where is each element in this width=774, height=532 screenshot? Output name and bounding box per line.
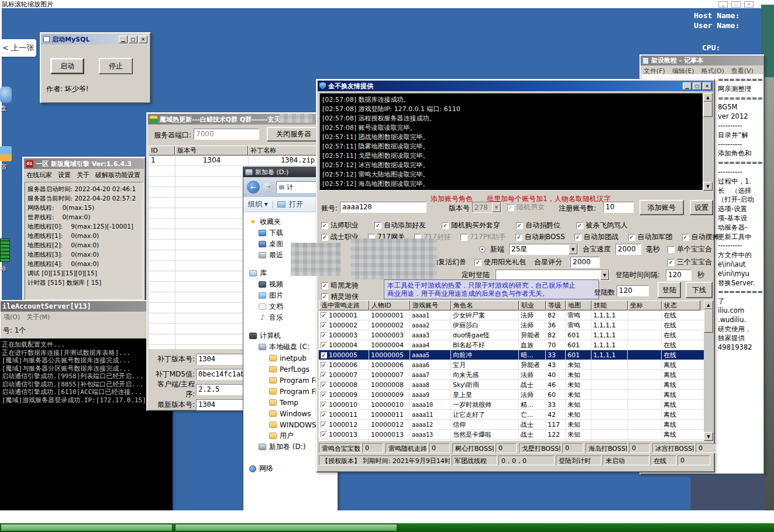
row-checkbox[interactable]: ✓ <box>321 431 327 438</box>
account-col-header[interactable]: 技能 <box>591 300 628 310</box>
organize-button[interactable]: 组织 ▾ <box>248 199 268 209</box>
row-checkbox[interactable]: ✓ <box>321 392 327 398</box>
table-row[interactable]: ✓1000009 10000009 aaaa9 皇上皇 法师 60 未知 离线 <box>319 390 704 400</box>
account-col-header[interactable]: 地图 <box>566 300 591 310</box>
scroll-thumb[interactable] <box>703 102 713 117</box>
row-checkbox[interactable]: ✓ <box>321 372 327 378</box>
offline-button[interactable]: 下线 <box>686 282 713 298</box>
scroll-thumb[interactable] <box>704 309 713 333</box>
sun-gift-checkbox[interactable]: ✓使用阳光礼包 <box>474 257 526 267</box>
bot-maximize-icon[interactable]: ▢ <box>693 82 701 90</box>
bot-checkbox[interactable]: ✓自动加团战 <box>575 232 619 242</box>
table-row[interactable]: ✓1000010 10000010 aaaa10 一岁时就很帅 精... 33 … <box>319 400 704 410</box>
bot-checkbox[interactable]: ✓随机购买外套穿 <box>442 220 500 230</box>
bot-titlebar[interactable]: 金不换友情提供 ▁ ▢ ✕ <box>318 81 713 91</box>
desktop-icon-1[interactable]: 盘 <box>0 87 15 113</box>
account-col-header[interactable]: 角色名 <box>451 300 519 310</box>
minimize-icon[interactable]: ▁ <box>718 1 728 8</box>
bot-checkbox[interactable]: ✓法师职业 <box>321 220 359 230</box>
settings-button[interactable]: 设置 <box>690 200 713 215</box>
account-col-header[interactable]: 坐标 <box>628 300 662 310</box>
table-row[interactable]: ✓1000012 10000012 aaaa12 信仰 战士 117 未知 离线 <box>319 420 704 430</box>
engine-menu-item[interactable]: 在线玩家 <box>26 171 52 179</box>
table-row[interactable]: ✓1000013 10000013 aaaa13 当然是卡爆啦 战士 122 未… <box>319 430 704 440</box>
row-checkbox[interactable]: ✓ <box>321 312 327 319</box>
server-port-input[interactable]: 7000 <box>194 129 259 140</box>
patch-col-header[interactable]: 版本号 <box>175 146 248 156</box>
bot-checkbox[interactable]: ✓自动刷BOSS <box>515 232 565 242</box>
table-row[interactable]: ✓1000003 10000003 aaaa3 duo情gae怪 异能者 82 … <box>319 330 704 340</box>
add-account-button[interactable]: 添加账号 <box>639 200 684 215</box>
row-checkbox[interactable]: ✓ <box>321 422 327 428</box>
bot-checkbox[interactable]: 717PK助手 <box>460 232 506 242</box>
login-button[interactable]: 登陆 <box>658 282 681 298</box>
account-col-header[interactable]: 游戏账号 <box>410 300 451 310</box>
table-row[interactable]: ✓1000004 10000004 aaaa4 BI名起不好 血族 70 601… <box>319 340 704 350</box>
row-checkbox[interactable]: ✓ <box>321 402 327 408</box>
table-scrollbar[interactable]: ▲ ▼ <box>704 300 713 441</box>
account-col-header[interactable]: 人物ID <box>369 300 410 310</box>
scroll-up-icon[interactable]: ▲ <box>703 93 713 102</box>
star-combo[interactable]: 25星▼ <box>509 244 578 255</box>
bot-checkbox[interactable]: ✓自动加军团 <box>628 232 673 242</box>
bot-checkbox[interactable]: ✓自动摆摊 <box>682 232 720 242</box>
patch-row-version[interactable]: 1304 <box>176 156 248 164</box>
mysql-minimize-icon[interactable]: ▁ <box>119 36 128 43</box>
speed-input[interactable]: 2000 <box>615 244 641 255</box>
row-checkbox[interactable]: ✓ <box>321 412 327 418</box>
version-combo[interactable]: 278▼ <box>472 202 501 213</box>
row-checkbox[interactable]: ✓ <box>321 342 327 348</box>
mysql-titlebar[interactable]: 启动MySQL ▁ ▢ ✕ <box>42 34 149 44</box>
table-row[interactable]: ✓1000006 10000006 aaaa6 宝月 异能者 43 未知 离线 <box>319 360 704 370</box>
register-count-input[interactable]: 10 <box>603 202 634 213</box>
row-checkbox[interactable]: ✓ <box>321 362 327 368</box>
log-scrollbar[interactable]: ▲ ▼ <box>703 93 713 191</box>
mysql-close-icon[interactable]: ✕ <box>139 36 147 43</box>
bot-checkbox[interactable]: ✓自动添加好友 <box>374 220 426 230</box>
bot-close-icon[interactable]: ✕ <box>703 82 711 90</box>
engine-titlebar[interactable]: 01 一区 新版魔域引擎 Ver:1.6.4.3 <box>24 158 144 169</box>
maximize-icon[interactable]: ▢ <box>731 1 741 8</box>
newend-radio[interactable] <box>479 246 486 253</box>
bot-minimize-icon[interactable]: ▁ <box>683 82 692 90</box>
forward-icon[interactable]: → <box>263 182 273 192</box>
back-icon[interactable]: ← <box>247 181 260 194</box>
row-checkbox[interactable]: ✓ <box>321 352 327 358</box>
scroll-down-icon[interactable]: ▼ <box>703 182 713 191</box>
bot-checkbox[interactable]: ✓被杀飞鸽骂人 <box>576 220 628 230</box>
login-count-input[interactable]: 120 <box>617 285 649 296</box>
scroll-up-icon[interactable]: ▲ <box>704 300 713 309</box>
scroll-down-icon[interactable]: ▼ <box>704 432 713 441</box>
desktop-icon-2[interactable]: 宿 <box>0 146 15 171</box>
account-col-header[interactable]: 选中雷鸣走路 <box>319 300 369 310</box>
row-checkbox[interactable]: ✓ <box>321 382 327 388</box>
dark-knight-checkbox[interactable]: ✓暗黑龙骑 <box>321 281 359 291</box>
open-button[interactable]: 打开 <box>289 199 303 209</box>
table-row[interactable]: ✓1000005 10000005 aaaa5 向前冲 暗... 33 601 … <box>319 350 704 360</box>
interval-input[interactable]: 120 <box>666 270 692 281</box>
patch-row-id[interactable]: 1 <box>151 156 156 164</box>
engine-menu-item[interactable]: 设置 <box>58 171 71 179</box>
patch-col-header[interactable]: ID <box>149 146 175 156</box>
desktop-icon-3[interactable]: 标 <box>0 239 15 273</box>
row-checkbox[interactable]: ✓ <box>321 332 327 338</box>
notepad-titlebar[interactable]: 架设教程 - 记事本 <box>641 56 763 65</box>
account-input[interactable]: aaaa120 <box>340 202 426 213</box>
table-row[interactable]: 1000014 10000014 14 是再利芬到 亡 103 未知 离线 <box>319 440 704 441</box>
table-row[interactable]: ✓1000002 10000002 aaaa2 伊丽莎白 法师 36 雷鸣 1,… <box>319 320 704 330</box>
table-row[interactable]: ✓1000001 10000001 aaaa1 少女碎尸案 法师 82 雷鸣 1… <box>319 310 704 320</box>
row-checkbox[interactable]: ✓ <box>321 322 327 329</box>
account-col-header[interactable]: 职业 <box>519 300 546 310</box>
close-icon[interactable]: ✕ <box>744 1 754 8</box>
random-gender-checkbox[interactable]: ✓随机男女 <box>507 202 545 212</box>
single-pet-checkbox[interactable]: 单个宝宝合 <box>668 244 712 254</box>
prev-image-button[interactable]: < 上一张 <box>0 39 36 57</box>
taskbar-button-1[interactable] <box>1 524 173 531</box>
mysql-start-button[interactable]: 启动 <box>50 58 84 74</box>
triple-pet-checkbox[interactable]: ✓三个宝宝合 <box>668 257 712 267</box>
taskbar-button-2[interactable] <box>175 524 397 531</box>
engine-menu-item[interactable]: 关于 <box>77 171 90 179</box>
table-row[interactable]: ✓1000011 10000011 aaaa11 让它走好了 亡... 42 未… <box>319 410 704 420</box>
mysql-stop-button[interactable]: 停止 <box>99 58 133 74</box>
account-col-header[interactable]: 等级 <box>546 300 566 310</box>
